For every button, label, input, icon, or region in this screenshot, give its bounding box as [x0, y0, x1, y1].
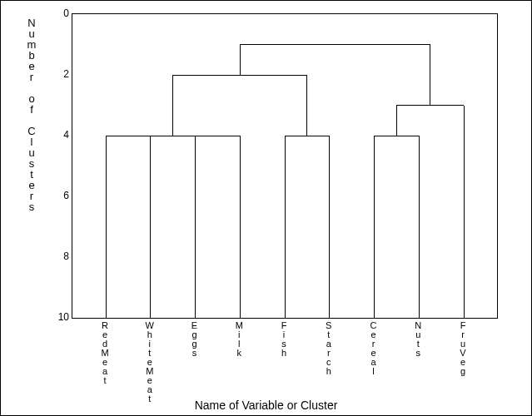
x-leaf-label: Nuts: [413, 321, 423, 358]
x-leaf-label: Eggs: [190, 321, 200, 358]
x-axis-labels: RedMeatWhiteMeatEggsMilkFishStarchCereal…: [72, 321, 496, 388]
x-leaf-label: Starch: [324, 321, 334, 376]
y-axis-label: Number of Clusters: [26, 17, 37, 212]
y-tick: 4: [51, 129, 69, 141]
x-leaf-label: FruVeg: [458, 321, 468, 376]
x-leaf-label: Fish: [279, 321, 289, 358]
x-leaf-label: Cereal: [369, 321, 379, 376]
x-leaf-label: WhiteMeat: [145, 321, 155, 404]
y-axis-ticks: 0246810: [51, 13, 69, 317]
y-tick: 10: [51, 311, 69, 323]
y-tick: 0: [51, 7, 69, 19]
plot-area: [72, 13, 498, 319]
y-tick: 6: [51, 190, 69, 201]
y-tick: 2: [51, 68, 69, 80]
x-axis-title: Name of Variable or Cluster: [1, 399, 531, 412]
x-leaf-label: RedMeat: [100, 321, 110, 385]
dendrogram-lines: [72, 14, 497, 318]
dendrogram-chart: Number of Clusters 0246810 RedMeatWhiteM…: [0, 0, 532, 416]
x-leaf-label: Milk: [234, 321, 244, 358]
y-tick: 8: [51, 250, 69, 262]
